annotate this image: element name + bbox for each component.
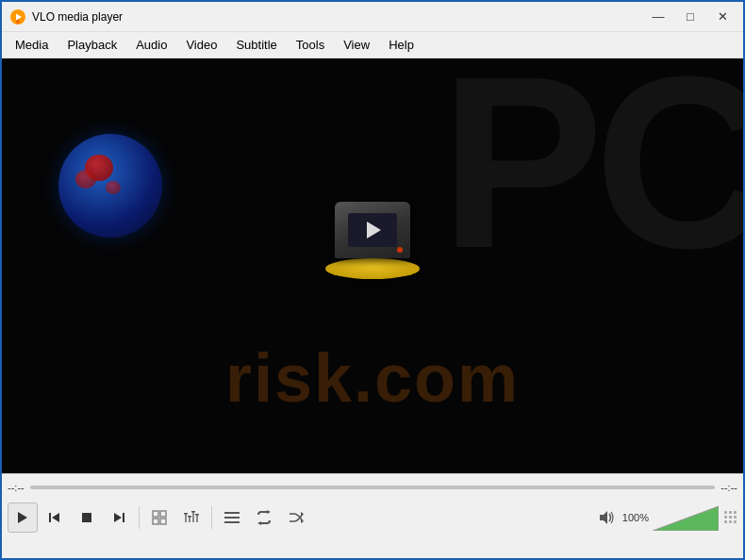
app-icon xyxy=(9,8,26,25)
minimize-button[interactable]: — xyxy=(645,7,671,27)
main-window: VLO media player — □ ✕ Media Playback Au… xyxy=(0,0,745,560)
svg-point-2 xyxy=(16,20,20,24)
stretch-icon xyxy=(152,510,167,525)
seek-bar[interactable] xyxy=(30,486,716,489)
svg-rect-7 xyxy=(123,513,124,522)
svg-rect-17 xyxy=(184,513,188,515)
title-bar: VLO media player — □ ✕ xyxy=(2,2,743,32)
player-record-dot xyxy=(397,247,403,253)
volume-area: 100% xyxy=(596,502,719,533)
window-controls: — □ ✕ xyxy=(645,7,736,27)
svg-rect-11 xyxy=(153,519,158,524)
pc-watermark: PC xyxy=(440,58,743,285)
volume-bar-container[interactable] xyxy=(653,504,719,531)
svg-rect-13 xyxy=(185,514,187,522)
next-icon xyxy=(112,511,125,524)
sphere-dot-3 xyxy=(106,181,121,194)
next-button[interactable] xyxy=(104,502,134,533)
equalizer-icon xyxy=(184,510,199,525)
playlist-button[interactable] xyxy=(217,502,247,533)
prev-icon xyxy=(48,511,61,524)
player-screen xyxy=(348,213,397,247)
menu-item-subtitle[interactable]: Subtitle xyxy=(226,35,286,55)
svg-rect-9 xyxy=(153,511,158,517)
separator-2 xyxy=(211,506,212,529)
watermark-text: risk.com xyxy=(2,339,743,417)
svg-rect-22 xyxy=(224,517,240,519)
video-area: PC risk.com xyxy=(2,58,743,473)
svg-marker-3 xyxy=(18,512,27,523)
sphere-graphic xyxy=(58,134,162,238)
controls-bar: --:-- --:-- xyxy=(2,473,743,558)
svg-marker-25 xyxy=(257,521,261,525)
player-body xyxy=(335,202,410,258)
svg-rect-16 xyxy=(196,515,198,522)
svg-marker-5 xyxy=(52,513,59,522)
play-triangle-icon xyxy=(367,222,381,239)
shuffle-icon xyxy=(289,510,304,525)
sphere-dot-2 xyxy=(75,170,96,189)
loop-button[interactable] xyxy=(249,502,279,533)
time-start: --:-- xyxy=(8,482,25,493)
player-base xyxy=(325,258,420,279)
svg-rect-10 xyxy=(160,519,166,524)
svg-rect-18 xyxy=(188,516,191,518)
stop-button[interactable] xyxy=(72,502,102,533)
svg-rect-12 xyxy=(160,511,166,517)
volume-button[interactable] xyxy=(596,502,619,533)
svg-marker-30 xyxy=(600,511,607,524)
stretch-button[interactable] xyxy=(144,502,174,533)
svg-rect-14 xyxy=(189,517,190,522)
volume-bar-svg xyxy=(653,504,719,531)
menu-bar: Media Playback Audio Video Subtitle Tool… xyxy=(2,32,743,58)
shuffle-button[interactable] xyxy=(281,502,311,533)
svg-rect-4 xyxy=(49,513,51,522)
resize-grip xyxy=(724,511,737,524)
menu-item-media[interactable]: Media xyxy=(6,35,58,55)
menu-item-tools[interactable]: Tools xyxy=(287,35,334,55)
menu-item-help[interactable]: Help xyxy=(379,35,423,55)
close-button[interactable]: ✕ xyxy=(709,7,736,27)
equalizer-button[interactable] xyxy=(176,502,207,533)
separator-1 xyxy=(139,506,140,529)
menu-item-playback[interactable]: Playback xyxy=(58,35,126,55)
menu-item-video[interactable]: Video xyxy=(176,35,226,55)
play-button[interactable] xyxy=(8,502,38,533)
menu-item-view[interactable]: View xyxy=(334,35,379,55)
svg-rect-19 xyxy=(191,511,195,513)
svg-rect-15 xyxy=(192,512,194,522)
seek-bar-row: --:-- --:-- xyxy=(8,478,737,497)
window-title: VLO media player xyxy=(32,10,645,24)
svg-marker-24 xyxy=(267,510,271,514)
svg-rect-20 xyxy=(195,514,199,516)
maximize-button[interactable]: □ xyxy=(677,7,704,27)
loop-icon xyxy=(257,510,272,525)
prev-button[interactable] xyxy=(40,502,70,533)
svg-marker-8 xyxy=(114,513,122,522)
volume-icon xyxy=(599,510,616,525)
video-background: PC risk.com xyxy=(2,58,743,473)
playlist-icon xyxy=(224,511,240,524)
stop-icon xyxy=(80,511,93,524)
player-icon xyxy=(325,209,420,279)
svg-rect-21 xyxy=(224,512,240,514)
volume-label: 100% xyxy=(622,512,649,523)
svg-rect-23 xyxy=(224,521,240,523)
time-end: --:-- xyxy=(720,482,737,493)
menu-item-audio[interactable]: Audio xyxy=(126,35,176,55)
controls-row: 100% xyxy=(8,501,737,535)
svg-rect-6 xyxy=(82,513,91,522)
play-icon xyxy=(16,511,29,524)
